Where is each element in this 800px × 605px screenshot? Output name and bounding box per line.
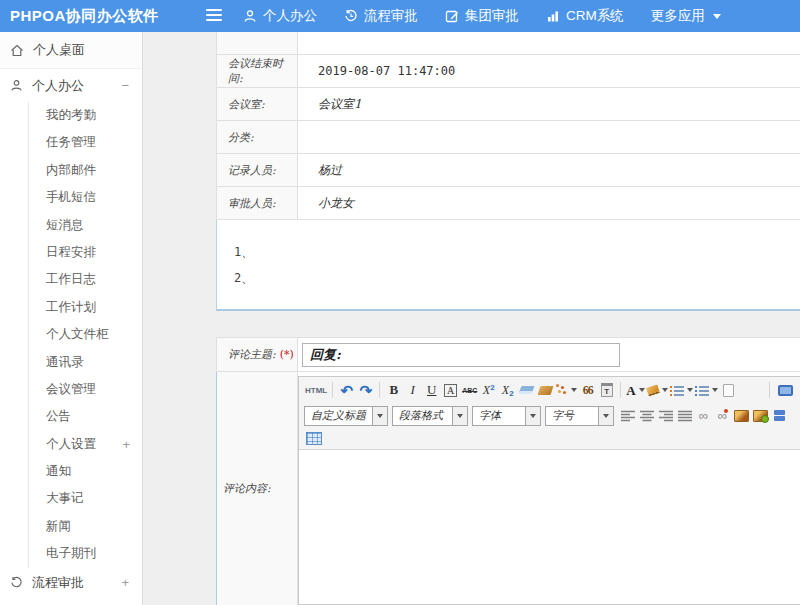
sidebar-item-notification[interactable]: 通知 — [29, 458, 142, 485]
sidebar-item-work-plan[interactable]: 工作计划 — [29, 294, 142, 321]
highlight-color-icon[interactable] — [646, 380, 669, 400]
meeting-content-box: 1、 2、 — [216, 220, 800, 311]
sidebar-item-desktop[interactable]: 个人桌面 — [0, 32, 142, 69]
blockquote-icon[interactable]: 66 — [578, 380, 597, 400]
subscript-icon[interactable]: X2 — [498, 380, 517, 400]
row-value-cell — [298, 32, 800, 54]
align-center-icon[interactable] — [637, 406, 656, 426]
nav-item-workflow-approval[interactable]: 流程审批 — [344, 7, 418, 25]
sidebar-item-work-log[interactable]: 工作日志 — [29, 266, 142, 293]
link-icon[interactable]: ∞ — [694, 406, 713, 426]
phpoa-app-window: PHPOA协同办公软件 个人办公 流程审批 集团审批 — [0, 0, 800, 605]
nav-item-label: 个人办公 — [263, 7, 317, 25]
html-source-button[interactable]: HTML — [304, 380, 328, 400]
font-color-icon[interactable]: A — [625, 380, 645, 400]
editor-toolbar-row3 — [299, 428, 795, 449]
sidebar-item-news[interactable]: 新闻 — [29, 513, 142, 540]
sidebar-item-internal-mail[interactable]: 内部邮件 — [29, 157, 142, 184]
align-justify-icon[interactable] — [675, 406, 694, 426]
eraser-icon[interactable] — [517, 380, 536, 400]
align-left-icon[interactable] — [618, 406, 637, 426]
sidebar-submenu: 我的考勤 任务管理 内部邮件 手机短信 短消息 日程安排 工作日志 工作计划 个… — [28, 102, 142, 568]
editor-toolbar-row2: 自定义标题 段落格式 字体 字号 ∞ ∞ — [299, 403, 795, 428]
nav-item-personal-office[interactable]: 个人办公 — [243, 7, 317, 25]
italic-icon[interactable]: I — [403, 380, 422, 400]
app-title: PHPOA协同办公软件 — [10, 7, 159, 26]
row-value: 会议室1 — [298, 88, 800, 120]
menu-toggle-icon[interactable] — [206, 9, 222, 24]
nav-item-label: 更多应用 — [651, 7, 705, 25]
table-row-partial — [216, 32, 800, 55]
comment-subject-cell: 回复: — [298, 338, 800, 371]
edit-icon — [445, 9, 459, 23]
sidebar-item-personal-office[interactable]: 个人办公 − — [0, 69, 142, 102]
comment-subject-input[interactable]: 回复: — [302, 343, 620, 367]
nav-menu: 个人办公 流程审批 集团审批 CRM系统 更多应用 — [243, 0, 721, 32]
user-icon — [243, 9, 257, 23]
content-line: 2、 — [234, 265, 800, 291]
history-icon — [344, 9, 358, 23]
toolbar-separator — [332, 382, 333, 398]
sidebar-item-personal-settings[interactable]: 个人设置+ — [29, 431, 142, 458]
row-value: 2019-08-07 11:47:00 — [298, 55, 800, 87]
toolbar-separator — [769, 382, 770, 398]
sidebar-item-announcement[interactable]: 公告 — [29, 403, 142, 430]
paste-as-text-icon[interactable]: T — [597, 380, 616, 400]
font-size-select[interactable]: 字号 — [545, 406, 614, 426]
heading-select[interactable]: 自定义标题 — [304, 406, 388, 426]
font-box-icon[interactable]: A — [444, 384, 457, 397]
nav-item-crm[interactable]: CRM系统 — [546, 7, 624, 25]
main-content: 会议结束时间: 2019-08-07 11:47:00 会议室: 会议室1 分类… — [143, 32, 800, 605]
fullscreen-icon[interactable] — [776, 380, 795, 400]
strikethrough-icon[interactable]: ABC — [460, 380, 479, 400]
undo-icon[interactable]: ↶ — [337, 380, 356, 400]
expand-icon[interactable]: + — [122, 431, 130, 458]
sidebar-item-attendance[interactable]: 我的考勤 — [29, 102, 142, 129]
new-page-icon[interactable] — [719, 380, 738, 400]
unordered-list-icon[interactable] — [694, 380, 719, 400]
insert-flash-icon[interactable] — [751, 406, 770, 426]
format-brush-icon[interactable] — [536, 380, 555, 400]
rich-text-editor-cell: HTML ↶ ↷ B I U A ABC X2 X2 — [298, 372, 800, 605]
align-right-icon[interactable] — [656, 406, 675, 426]
sidebar-item-events[interactable]: 大事记 — [29, 485, 142, 512]
sidebar-item-label: 流程审批 — [32, 574, 84, 592]
sidebar-item-sms[interactable]: 手机短信 — [29, 184, 142, 211]
sidebar-item-short-message[interactable]: 短消息 — [29, 212, 142, 239]
nav-item-more-apps[interactable]: 更多应用 — [651, 7, 721, 25]
sidebar-item-file-cabinet[interactable]: 个人文件柜 — [29, 321, 142, 348]
editor-content-area[interactable] — [299, 449, 800, 604]
ordered-list-icon[interactable] — [669, 380, 694, 400]
font-family-select[interactable]: 字体 — [472, 406, 541, 426]
underline-icon[interactable]: U — [422, 380, 441, 400]
sidebar-item-e-journal[interactable]: 电子期刊 — [29, 540, 142, 567]
table-row-meeting-room: 会议室: 会议室1 — [216, 88, 800, 121]
table-row-approver: 审批人员: 小龙女 — [216, 187, 800, 220]
insert-media-icon[interactable] — [770, 406, 789, 426]
sidebar-item-schedule[interactable]: 日程安排 — [29, 239, 142, 266]
collapse-icon[interactable]: − — [121, 78, 129, 93]
rich-text-editor: HTML ↶ ↷ B I U A ABC X2 X2 — [298, 376, 800, 605]
user-icon — [10, 79, 23, 92]
expand-icon[interactable]: + — [121, 575, 129, 590]
sidebar-item-tasks[interactable]: 任务管理 — [29, 129, 142, 156]
sidebar-item-meeting-management[interactable]: 会议管理 — [29, 376, 142, 403]
paragraph-format-select[interactable]: 段落格式 — [392, 406, 468, 426]
superscript-icon[interactable]: X2 — [479, 380, 498, 400]
row-value — [298, 121, 800, 153]
color-palette-icon[interactable] — [555, 380, 578, 400]
nav-item-label: 流程审批 — [364, 7, 418, 25]
redo-icon[interactable]: ↷ — [356, 380, 375, 400]
top-navbar: PHPOA协同办公软件 个人办公 流程审批 集团审批 — [0, 0, 800, 32]
bold-icon[interactable]: B — [384, 380, 403, 400]
comment-content-label: 评论内容: — [217, 372, 298, 605]
comment-content-row: 评论内容: HTML ↶ ↷ B I U A — [216, 372, 800, 605]
unlink-icon[interactable]: ∞ — [718, 409, 727, 422]
nav-item-group-approval[interactable]: 集团审批 — [445, 7, 519, 25]
row-label: 审批人员: — [217, 187, 298, 219]
insert-table-icon[interactable] — [304, 429, 323, 449]
insert-image-icon[interactable] — [732, 406, 751, 426]
toolbar-separator — [379, 382, 380, 398]
sidebar-item-contacts[interactable]: 通讯录 — [29, 349, 142, 376]
sidebar-item-workflow-approval[interactable]: 流程审批 + — [0, 568, 142, 598]
